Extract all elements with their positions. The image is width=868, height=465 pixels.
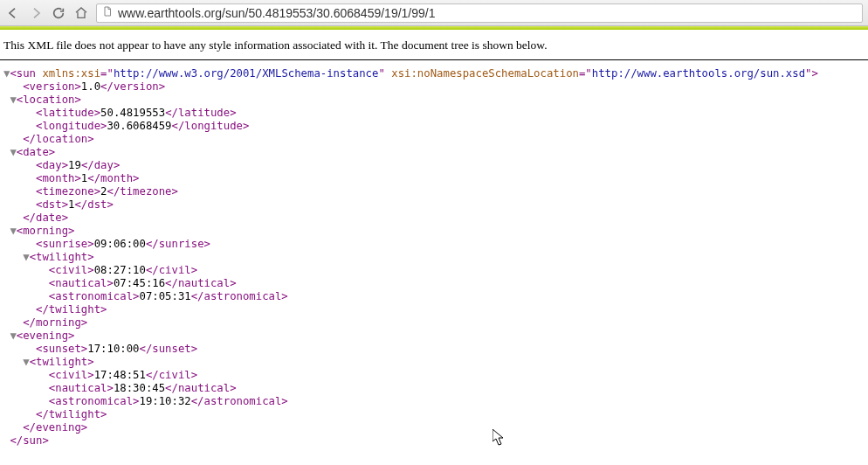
reload-button[interactable] [51,5,66,21]
latitude-value: 50.4819553 [100,107,165,119]
twisty-icon[interactable]: ▼ [23,356,29,368]
forward-button[interactable] [28,5,44,21]
home-button[interactable] [73,5,89,21]
twisty-icon[interactable]: ▼ [10,94,16,106]
browser-toolbar: www.earthtools.org/sun/50.4819553/30.606… [0,0,868,26]
longitude-value: 30.6068459 [107,120,171,132]
morning-nautical-value: 07:45:16 [114,277,165,289]
twisty-icon[interactable]: ▼ [23,251,29,263]
back-button[interactable] [5,5,21,21]
twisty-icon[interactable]: ▼ [10,146,16,158]
morning-astronomical-value: 07:05:31 [139,290,190,302]
url-text: www.earthtools.org/sun/50.4819553/30.606… [118,6,436,20]
sunrise-value: 09:06:00 [94,238,146,250]
day-value: 19 [68,159,81,171]
sunset-value: 17:10:00 [87,343,139,355]
xml-info-message: This XML file does not appear to have an… [0,30,868,59]
morning-civil-value: 08:27:10 [94,264,146,276]
evening-astronomical-value: 19:10:32 [139,395,190,407]
evening-civil-value: 17:48:51 [94,369,146,381]
version-value: 1.0 [81,80,100,93]
evening-nautical-value: 18:30:45 [114,382,165,394]
twisty-icon[interactable]: ▼ [10,330,16,342]
page-icon [102,6,113,19]
xml-tree: ▼<sun xmlns:xsi="http://www.w3.org/2001/… [0,60,868,455]
address-bar[interactable]: www.earthtools.org/sun/50.4819553/30.606… [96,3,863,23]
twisty-icon[interactable]: ▼ [10,225,16,237]
